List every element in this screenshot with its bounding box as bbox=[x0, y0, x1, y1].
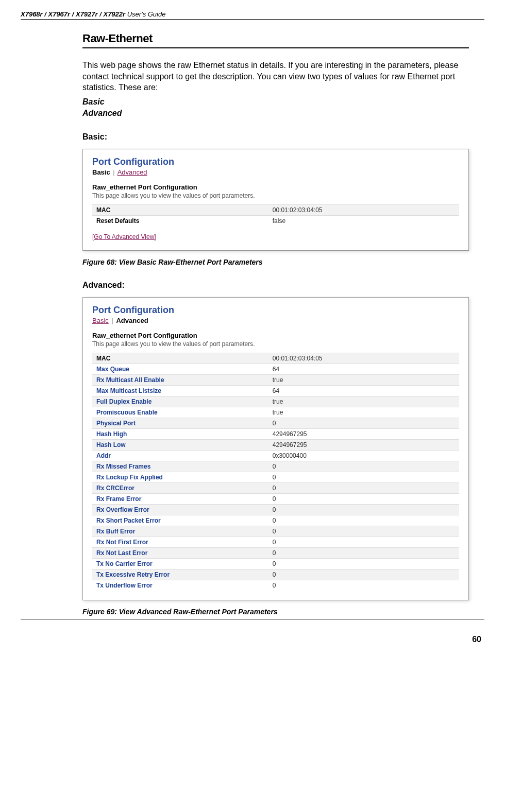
param-label: Tx Underflow Error bbox=[92, 580, 268, 591]
param-value: 0 bbox=[268, 418, 459, 428]
param-value: 0 bbox=[268, 526, 459, 537]
tab-basic-active[interactable]: Basic bbox=[92, 168, 110, 176]
table-row: Rx Overflow Error0 bbox=[92, 504, 459, 515]
table-row: Rx Buff Error0 bbox=[92, 526, 459, 537]
param-value: 0 bbox=[268, 558, 459, 569]
table-row: Full Duplex Enabletrue bbox=[92, 396, 459, 407]
param-label: Rx Multicast All Enable bbox=[92, 374, 268, 385]
table-row: Promiscuous Enabletrue bbox=[92, 407, 459, 418]
table-row: Tx Excessive Retry Error0 bbox=[92, 569, 459, 580]
param-value: true bbox=[268, 374, 459, 385]
basic-port-config-title: Port Configuration bbox=[92, 157, 459, 167]
param-value: 0 bbox=[268, 504, 459, 515]
advanced-heading: Advanced: bbox=[82, 281, 469, 290]
header-models: X7968r / X7967r / X7927r / X7922r bbox=[21, 10, 125, 18]
section-title: Raw-Ethernet bbox=[82, 32, 469, 48]
advanced-sub-title: Raw_ethernet Port Configuration bbox=[92, 332, 459, 339]
table-row: Rx Multicast All Enabletrue bbox=[92, 374, 459, 385]
page-number: 60 bbox=[21, 635, 484, 644]
tab-advanced-active[interactable]: Advanced bbox=[116, 317, 148, 324]
param-value: 0 bbox=[268, 547, 459, 558]
tab-basic-link[interactable]: Basic bbox=[92, 317, 109, 324]
param-value: 64 bbox=[268, 364, 459, 374]
param-value: 4294967295 bbox=[268, 439, 459, 450]
param-label: Max Multicast Listsize bbox=[92, 385, 268, 396]
figure-68-caption: Figure 68: View Basic Raw-Ethernet Port … bbox=[82, 258, 469, 266]
type-basic: Basic bbox=[82, 97, 469, 107]
param-label: MAC bbox=[92, 204, 268, 215]
param-value: 0 bbox=[268, 493, 459, 504]
param-label: Full Duplex Enable bbox=[92, 396, 268, 407]
table-row: Tx Underflow Error0 bbox=[92, 580, 459, 591]
tab-separator-2: | bbox=[111, 317, 113, 324]
param-label: MAC bbox=[92, 353, 268, 364]
param-label: Rx Lockup Fix Applied bbox=[92, 472, 268, 482]
figure-69-caption: Figure 69: View Advanced Raw-Ethernet Po… bbox=[82, 608, 469, 616]
tab-separator: | bbox=[113, 168, 114, 176]
table-row: Max Queue64 bbox=[92, 364, 459, 374]
param-value: 00:01:02:03:04:05 bbox=[268, 204, 459, 215]
param-label: Rx Overflow Error bbox=[92, 504, 268, 515]
param-value: 00:01:02:03:04:05 bbox=[268, 353, 459, 364]
basic-heading: Basic: bbox=[82, 132, 469, 142]
param-value: 4294967295 bbox=[268, 428, 459, 439]
param-label: Rx Not Last Error bbox=[92, 547, 268, 558]
basic-tabs: Basic | Advanced bbox=[92, 168, 459, 176]
param-value: 0 bbox=[268, 482, 459, 493]
param-label: Max Queue bbox=[92, 364, 268, 374]
param-label: Rx Frame Error bbox=[92, 493, 268, 504]
table-row: Rx Missed Frames0 bbox=[92, 461, 459, 472]
table-row: Addr0x30000400 bbox=[92, 450, 459, 461]
param-value: 64 bbox=[268, 385, 459, 396]
param-label: Rx Buff Error bbox=[92, 526, 268, 537]
table-row: Tx No Carrier Error0 bbox=[92, 558, 459, 569]
param-value: 0 bbox=[268, 537, 459, 547]
param-label: Hash High bbox=[92, 428, 268, 439]
basic-desc: This page allows you to view the values … bbox=[92, 192, 459, 199]
param-value: true bbox=[268, 396, 459, 407]
param-value: 0 bbox=[268, 580, 459, 591]
param-label: Promiscuous Enable bbox=[92, 407, 268, 418]
tab-advanced-link[interactable]: Advanced bbox=[117, 168, 147, 176]
table-row: Rx Not First Error0 bbox=[92, 537, 459, 547]
table-row: Rx Frame Error0 bbox=[92, 493, 459, 504]
main-content: Raw-Ethernet This web page shows the raw… bbox=[82, 32, 469, 616]
param-label: Addr bbox=[92, 450, 268, 461]
param-value: 0 bbox=[268, 569, 459, 580]
basic-sub-title: Raw_ethernet Port Configuration bbox=[92, 183, 459, 191]
table-row: Rx CRCError0 bbox=[92, 482, 459, 493]
param-value: true bbox=[268, 407, 459, 418]
intro-text: This web page shows the raw Ethernet sta… bbox=[82, 60, 469, 93]
basic-param-table: MAC00:01:02:03:04:05Reset Defaultsfalse bbox=[92, 204, 459, 226]
param-label: Rx Missed Frames bbox=[92, 461, 268, 472]
param-label: Tx No Carrier Error bbox=[92, 558, 268, 569]
table-row: MAC00:01:02:03:04:05 bbox=[92, 353, 459, 364]
page-bottom-rule bbox=[21, 619, 484, 619]
param-label: Reset Defaults bbox=[92, 215, 268, 226]
param-value: 0 bbox=[268, 472, 459, 482]
header-guide: User's Guide bbox=[125, 10, 165, 18]
param-label: Physical Port bbox=[92, 418, 268, 428]
goto-advanced-link[interactable]: [Go To Advanced View] bbox=[92, 233, 156, 240]
table-row: Rx Short Packet Error0 bbox=[92, 515, 459, 526]
table-row: Reset Defaultsfalse bbox=[92, 215, 459, 226]
advanced-screenshot: Port Configuration Basic | Advanced Raw_… bbox=[82, 297, 469, 600]
advanced-desc: This page allows you to view the values … bbox=[92, 340, 459, 348]
basic-screenshot: Port Configuration Basic | Advanced Raw_… bbox=[82, 149, 469, 251]
param-value: 0 bbox=[268, 515, 459, 526]
table-row: Physical Port0 bbox=[92, 418, 459, 428]
advanced-param-table: MAC00:01:02:03:04:05Max Queue64Rx Multic… bbox=[92, 353, 459, 591]
param-label: Tx Excessive Retry Error bbox=[92, 569, 268, 580]
param-label: Hash Low bbox=[92, 439, 268, 450]
param-value: false bbox=[268, 215, 459, 226]
advanced-port-config-title: Port Configuration bbox=[92, 305, 459, 316]
table-row: Rx Lockup Fix Applied0 bbox=[92, 472, 459, 482]
advanced-tabs: Basic | Advanced bbox=[92, 317, 459, 324]
page-header: X7968r / X7967r / X7927r / X7922r User's… bbox=[21, 10, 484, 20]
param-label: Rx Short Packet Error bbox=[92, 515, 268, 526]
param-label: Rx Not First Error bbox=[92, 537, 268, 547]
type-advanced: Advanced bbox=[82, 109, 469, 118]
table-row: Hash High4294967295 bbox=[92, 428, 459, 439]
param-value: 0x30000400 bbox=[268, 450, 459, 461]
table-row: Hash Low4294967295 bbox=[92, 439, 459, 450]
